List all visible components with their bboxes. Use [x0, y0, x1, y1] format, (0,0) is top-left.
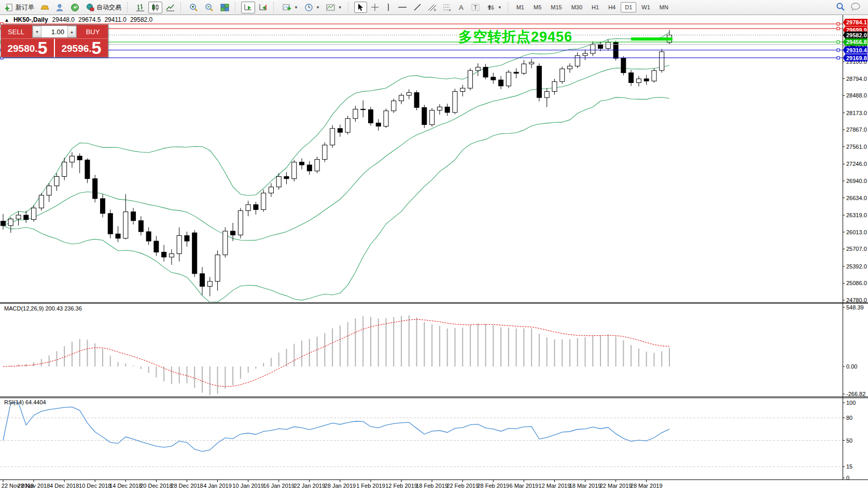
text-button[interactable]: A	[455, 2, 468, 13]
volume-decrease-button[interactable]: ▼	[33, 26, 41, 37]
price-tick-label: 25392.0	[846, 263, 867, 270]
text-icon: A	[458, 3, 465, 11]
autotrade-button[interactable]: 自动交易	[83, 2, 124, 13]
timeframes-button[interactable]: ▼	[302, 2, 323, 13]
svg-text:F: F	[449, 9, 451, 12]
timeframe-d1[interactable]: D1	[621, 2, 636, 12]
bar-chart-button[interactable]	[133, 2, 147, 13]
date-tick-label: 12 Mar 2019	[539, 483, 571, 489]
volume-value[interactable]: 1.00	[41, 26, 67, 37]
candle-bullish	[652, 70, 656, 81]
volume-stepper: ▼ 1.00 ▲	[32, 25, 77, 38]
timeframe-m15[interactable]: M15	[547, 2, 566, 12]
macd-axis-label: 0.00	[846, 363, 857, 370]
trendline-button[interactable]	[411, 2, 424, 13]
price-tag-29456.8: 29456.8	[843, 38, 867, 46]
timeframe-mn[interactable]: MN	[655, 2, 673, 12]
trendline-icon	[413, 3, 422, 11]
timeframe-m5[interactable]: M5	[529, 2, 545, 12]
date-tick-label: 28 Mar 2019	[631, 483, 663, 489]
horizontal-line-button[interactable]	[395, 2, 410, 13]
price-tick-label: 27561.0	[846, 144, 867, 150]
cursor-button[interactable]	[354, 2, 367, 13]
chart-canvas[interactable]: 29100.028794.028488.028173.027867.027561…	[0, 0, 868, 494]
candle-bullish	[323, 145, 327, 160]
text-label-button[interactable]: T	[469, 2, 483, 13]
candle-bearish	[131, 212, 136, 221]
rsi-indicator-label: RSI(14) 64.4404	[4, 399, 46, 405]
chat-icon[interactable]	[850, 2, 861, 13]
candle-bullish	[345, 119, 350, 133]
new-order-button[interactable]: 新订单	[2, 2, 37, 13]
candle-bearish	[85, 160, 90, 179]
toolbar-separator	[508, 2, 511, 12]
line-handle[interactable]	[837, 49, 839, 51]
candle-bearish	[192, 233, 197, 274]
indicators-button[interactable]: ▼	[279, 2, 301, 13]
price-tick-label: 26319.0	[846, 212, 867, 218]
candle-bullish	[47, 186, 51, 195]
chart-shift-button[interactable]	[256, 2, 270, 13]
sell-button[interactable]: SELL	[1, 25, 31, 38]
timeframe-h1[interactable]: H1	[587, 2, 603, 12]
candle-bullish	[246, 205, 250, 211]
date-tick-label: 14 Dec 2018	[109, 483, 142, 489]
fibonacci-button[interactable]: F	[440, 2, 454, 13]
buy-price-display: 29596.5	[55, 39, 108, 58]
timeframe-h4[interactable]: H4	[604, 2, 620, 12]
candle-bullish	[276, 176, 281, 187]
cursor-icon	[357, 3, 365, 11]
line-chart-button[interactable]	[163, 2, 177, 13]
candle-bullish	[123, 212, 128, 238]
candle-bullish	[330, 129, 335, 145]
timeframe-w1[interactable]: W1	[637, 2, 654, 12]
date-tick-label: 6 Mar 2019	[510, 483, 539, 489]
fibonacci-icon: F	[443, 3, 452, 11]
history-center-button[interactable]	[38, 2, 52, 13]
zoom-out-button[interactable]	[202, 2, 217, 13]
toolbar-group-drawing: E F A T ▼	[352, 0, 507, 15]
candle-bullish	[660, 52, 664, 70]
line-handle[interactable]	[837, 57, 839, 59]
candlestick-chart-button[interactable]	[148, 2, 162, 13]
toolbar-group-trade: 新订单 自动交易	[0, 0, 126, 15]
candle-bearish	[1, 221, 6, 226]
profile-icon	[55, 3, 64, 12]
mt4-window: 新订单 自动交易 ▼ ▼	[0, 0, 868, 494]
timeframe-m30[interactable]: M30	[567, 2, 586, 12]
price-tick-label: 27246.0	[846, 161, 867, 167]
channel-button[interactable]: E	[425, 2, 439, 13]
line-chart-icon	[166, 3, 175, 12]
date-tick-label: 28 Nov 2018	[18, 483, 50, 489]
candle-bullish	[460, 88, 465, 91]
signals-button[interactable]	[68, 2, 82, 13]
timeframe-m1[interactable]: M1	[512, 2, 528, 12]
vertical-line-button[interactable]	[383, 2, 394, 13]
signal-icon	[71, 3, 79, 12]
text-label-icon: T	[471, 3, 480, 11]
search-icon[interactable]	[836, 2, 845, 13]
rsi-axis-label: 100	[846, 400, 856, 406]
price-tick-label: 25707.0	[846, 246, 867, 252]
buy-button[interactable]: BUY	[78, 25, 108, 38]
auto-scroll-button[interactable]	[241, 2, 255, 13]
candle-bullish	[261, 193, 266, 209]
line-handle[interactable]	[837, 27, 839, 30]
templates-button[interactable]: ▼	[324, 2, 345, 13]
volume-increase-button[interactable]: ▲	[67, 26, 76, 37]
arrows-button[interactable]: ▼	[484, 2, 505, 13]
candle-bullish	[169, 254, 174, 257]
chart-annotation-text: 多空转折点29456	[458, 27, 572, 46]
line-handle[interactable]	[837, 41, 839, 44]
candle-bullish	[475, 67, 480, 70]
tile-windows-button[interactable]	[218, 2, 232, 13]
zoom-in-button[interactable]	[187, 2, 201, 13]
chart-window-title: ▲ HK50-,Daily 29448.0 29674.5 29411.0 29…	[4, 16, 152, 23]
price-tick-label: 28488.0	[846, 92, 867, 98]
toolbar-group-chart-type	[131, 0, 179, 15]
profile-button[interactable]	[53, 2, 67, 13]
crosshair-button[interactable]	[368, 2, 382, 13]
date-tick-label: 10 Dec 2018	[79, 483, 111, 489]
line-handle[interactable]	[837, 23, 839, 25]
open-value: 29448.0	[52, 16, 75, 23]
